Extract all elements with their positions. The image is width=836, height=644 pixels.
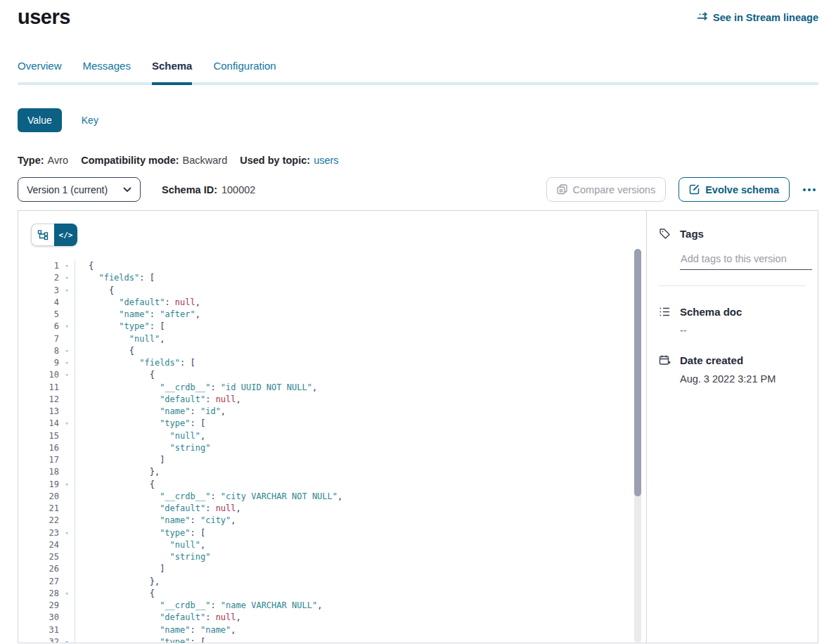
fold-gutter <box>59 454 75 466</box>
evolve-schema-button[interactable]: Evolve schema <box>679 177 790 202</box>
version-select-value: Version 1 (current) <box>27 184 108 195</box>
schema-doc-section: Schema doc -- <box>647 306 818 336</box>
fold-gutter <box>59 394 75 406</box>
tags-title: Tags <box>680 228 704 240</box>
code-text: "__crdb__": "id UUID NOT NULL", <box>75 382 317 394</box>
line-number: 9 <box>31 357 59 369</box>
line-number: 28 <box>31 588 59 600</box>
code-text: { <box>75 345 134 357</box>
code-text: "fields": [ <box>75 357 195 369</box>
code-text: "string" <box>75 442 210 454</box>
line-number: 25 <box>31 551 59 563</box>
line-number: 10 <box>31 369 59 381</box>
fold-arrow-icon[interactable]: ▾ <box>59 321 75 333</box>
fold-gutter <box>59 466 75 478</box>
code-line: 9▾ "fields": [ <box>31 357 646 369</box>
fold-gutter <box>59 382 75 394</box>
code-text: "type": [ <box>75 418 205 430</box>
tab-configuration[interactable]: Configuration <box>213 60 276 82</box>
schema-page: users See in Stream lineage OverviewMess… <box>0 0 836 643</box>
value-tab-button[interactable]: Value <box>18 108 62 132</box>
line-number: 8 <box>31 345 59 357</box>
code-text: "__crdb__": "city VARCHAR NOT NULL", <box>75 491 342 503</box>
schema-doc-title: Schema doc <box>680 306 742 318</box>
key-value-toggle: Value Key <box>18 108 818 132</box>
fold-gutter <box>59 624 75 636</box>
line-number: 30 <box>31 612 59 624</box>
code-line: 11 "__crdb__": "id UUID NOT NULL", <box>31 382 646 394</box>
fold-gutter <box>59 551 75 563</box>
code-text: "fields": [ <box>75 272 155 284</box>
tab-overview[interactable]: Overview <box>18 60 62 82</box>
line-number: 29 <box>31 600 59 612</box>
code-line: 16 "string" <box>31 442 646 454</box>
code-text: "type": [ <box>75 636 205 643</box>
code-line: 4 "default": null, <box>31 297 646 309</box>
tree-view-button[interactable] <box>31 224 54 246</box>
fold-arrow-icon[interactable]: ▾ <box>59 369 75 381</box>
code-text: "default": null, <box>75 297 200 309</box>
fold-gutter <box>59 600 75 612</box>
code-line: 20 "__crdb__": "city VARCHAR NOT NULL", <box>31 491 646 503</box>
tab-messages[interactable]: Messages <box>83 60 131 82</box>
fold-gutter <box>59 503 75 515</box>
code-text: "string" <box>75 551 210 563</box>
compare-versions-button[interactable]: Compare versions <box>546 177 667 202</box>
scrollbar-thumb[interactable] <box>634 249 641 496</box>
tab-schema[interactable]: Schema <box>152 60 193 82</box>
fold-gutter <box>59 297 75 309</box>
schema-editor: </> 1▾{2▾ "fields": [3▾ {4 "default": nu… <box>18 211 646 643</box>
line-number: 23 <box>31 527 59 539</box>
meta-label: Type: <box>18 155 44 166</box>
fold-arrow-icon[interactable]: ▾ <box>59 345 75 357</box>
meta-item: Type:Avro <box>18 155 68 166</box>
fold-arrow-icon[interactable]: ▾ <box>59 527 75 539</box>
line-number: 20 <box>31 491 59 503</box>
fold-arrow-icon[interactable]: ▾ <box>59 260 75 272</box>
date-created-value: Aug. 3 2022 3:21 PM <box>680 373 806 385</box>
code-line: 2▾ "fields": [ <box>31 272 646 284</box>
fold-arrow-icon[interactable]: ▾ <box>59 272 75 284</box>
fold-arrow-icon[interactable]: ▾ <box>59 357 75 369</box>
code-line: 30 "default": null, <box>31 612 646 624</box>
code-view-button[interactable]: </> <box>54 224 77 246</box>
fold-arrow-icon[interactable]: ▾ <box>59 418 75 430</box>
fold-arrow-icon[interactable]: ▾ <box>59 588 75 600</box>
code-line: 24 "null", <box>31 539 646 551</box>
key-tab-button[interactable]: Key <box>82 115 98 126</box>
code-text: "default": null, <box>75 612 241 624</box>
line-number: 1 <box>31 260 59 272</box>
code-line: 26 ] <box>31 563 646 575</box>
editor-view-toggle: </> <box>31 224 77 246</box>
tree-view-icon <box>37 229 49 240</box>
tags-input[interactable] <box>680 253 812 270</box>
line-number: 6 <box>31 321 59 333</box>
date-created-title: Date created <box>680 354 743 366</box>
code-text: "__crdb__": "name VARCHAR NULL", <box>75 600 322 612</box>
line-number: 14 <box>31 418 59 430</box>
code-line: 8▾ { <box>31 345 646 357</box>
code-line: 14▾ "type": [ <box>31 418 646 430</box>
tabs: OverviewMessagesSchemaConfiguration <box>18 60 818 85</box>
schema-doc-value: -- <box>680 325 806 336</box>
code-line: 17 ] <box>31 454 646 466</box>
meta-label: Used by topic: <box>240 155 310 166</box>
meta-value: Backward <box>183 155 228 166</box>
version-select[interactable]: Version 1 (current) <box>18 177 141 202</box>
schema-doc-icon <box>659 306 671 318</box>
meta-value: Avro <box>48 155 69 166</box>
fold-arrow-icon[interactable]: ▾ <box>59 285 75 297</box>
line-number: 2 <box>31 272 59 284</box>
version-bar: Version 1 (current) Schema ID: 100002 Co… <box>18 177 818 202</box>
editor-scrollbar[interactable] <box>634 249 641 643</box>
stream-lineage-link[interactable]: See in Stream lineage <box>696 11 818 23</box>
code-line: 32▾ "type": [ <box>31 636 646 643</box>
code-text: "default": null, <box>75 394 241 406</box>
fold-gutter <box>59 333 75 345</box>
fold-arrow-icon[interactable]: ▾ <box>59 479 75 491</box>
meta-value-link[interactable]: users <box>314 155 338 166</box>
more-options-button[interactable] <box>800 186 818 194</box>
fold-gutter <box>59 442 75 454</box>
fold-arrow-icon[interactable]: ▾ <box>59 636 75 643</box>
edit-icon <box>689 184 700 195</box>
